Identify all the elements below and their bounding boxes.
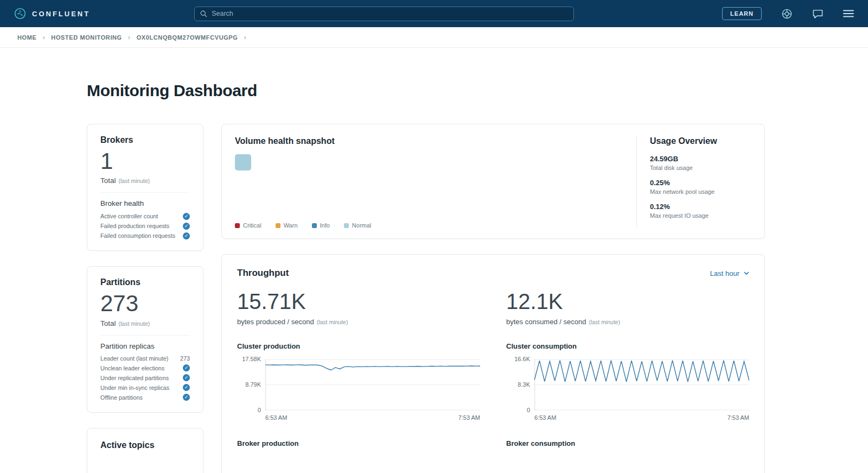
health-check-row: Offline partitions ✓ [100, 393, 190, 402]
warn-swatch-icon [276, 223, 280, 228]
produced-column: 15.71K bytes produced / second(last minu… [237, 289, 480, 456]
brokers-total-label: Total(last minute) [100, 176, 190, 185]
check-ok-icon: ✓ [183, 213, 190, 220]
search-icon [200, 10, 207, 17]
metric-note: (last minute) [317, 319, 348, 325]
y-tick: 0 [258, 407, 261, 413]
consumed-column: 12.1K bytes consumed / second(last minut… [506, 289, 749, 456]
legend-item-normal: Normal [344, 222, 371, 229]
check-label: Offline partitions [100, 394, 143, 401]
legend-item-warn: Warn [276, 222, 298, 229]
cluster-consumption-title: Cluster consumption [506, 342, 749, 350]
brand-name: CONFLUENT [32, 10, 90, 18]
metric-label: bytes consumed / second [506, 318, 586, 326]
total-note: (last minute) [119, 320, 150, 327]
plot-area [534, 359, 749, 411]
throughput-card: Throughput Last hour 15.71K bytes produc… [221, 254, 765, 473]
health-check-row: Failed production requests ✓ [100, 221, 190, 231]
help-icon[interactable] [781, 8, 793, 20]
x-tick-start: 6:53 AM [265, 414, 287, 421]
y-tick: 16.6K [514, 356, 530, 362]
search-input[interactable] [212, 10, 568, 17]
time-range-label: Last hour [710, 269, 739, 278]
check-ok-icon: ✓ [183, 384, 190, 391]
top-navbar: CONFLUENT LEARN [0, 0, 868, 27]
check-label: Under min in-sync replicas [100, 384, 169, 391]
partitions-card-title: Partitions [100, 278, 190, 287]
brokers-card-title: Brokers [100, 135, 190, 145]
plot-area [265, 359, 480, 411]
volume-heatmap-cell[interactable] [235, 154, 251, 171]
check-label: Failed production requests [100, 223, 169, 229]
x-tick-end: 7:53 AM [727, 414, 749, 421]
check-label: Active controller count [100, 213, 158, 219]
partition-replicas-title: Partition replicas [100, 342, 190, 350]
heatmap-legend: Critical Warn Info Normal [235, 222, 623, 229]
check-ok-icon: ✓ [183, 223, 190, 230]
check-ok-icon: ✓ [183, 364, 190, 371]
menu-icon[interactable] [843, 10, 854, 17]
leader-count-value: 273 [180, 355, 190, 362]
broker-consumption-title: Broker consumption [506, 439, 749, 447]
confluent-brand[interactable]: CONFLUENT [14, 8, 90, 20]
brokers-total-value: 1 [100, 148, 190, 174]
legend-item-critical: Critical [235, 222, 261, 229]
detail-column: Volume health snapshot Critical Warn [221, 124, 765, 473]
check-ok-icon: ✓ [183, 374, 190, 381]
bytes-produced-value: 15.71K [237, 289, 480, 313]
usage-overview-panel: Usage Overview 24.59GB Total disk usage … [637, 124, 764, 238]
cluster-production-title: Cluster production [237, 342, 480, 350]
y-tick: 17.58K [242, 356, 261, 362]
health-check-row: Failed consumption requests ✓ [100, 231, 190, 241]
partitions-total-label: Total(last minute) [100, 319, 190, 327]
summary-column: Brokers 1 Total(last minute) Broker heal… [87, 124, 203, 473]
y-tick: 0 [527, 407, 530, 413]
page-title: Monitoring Dashboard [87, 81, 765, 100]
breadcrumb-home[interactable]: HOME [17, 34, 36, 41]
info-swatch-icon [312, 223, 317, 228]
legend-label: Critical [243, 222, 261, 229]
global-search[interactable] [194, 7, 574, 21]
network-pool-label: Max network pool usage [650, 188, 751, 195]
legend-label: Info [320, 222, 330, 229]
breadcrumb-cluster-id[interactable]: OX0LCNQBQM27OWMFCVUGPG [137, 34, 238, 41]
dashboard-grid: Brokers 1 Total(last minute) Broker heal… [87, 124, 765, 473]
cluster-production-chart: 17.58K 8.79K 0 [237, 359, 480, 421]
volume-health-title: Volume health snapshot [235, 136, 623, 146]
metric-note: (last minute) [589, 319, 620, 325]
card-divider [100, 335, 190, 336]
legend-item-info: Info [312, 222, 330, 229]
x-axis: 6:53 AM 7:53 AM [237, 414, 480, 421]
breadcrumb-separator-icon: › [244, 33, 246, 41]
bytes-consumed-value: 12.1K [506, 289, 749, 313]
normal-swatch-icon [344, 223, 349, 228]
feedback-chat-icon[interactable] [812, 9, 824, 19]
breadcrumb-hosted-monitoring[interactable]: HOSTED MONITORING [51, 34, 122, 41]
throughput-title: Throughput [237, 268, 289, 279]
check-label: Unclean leader elections [100, 365, 164, 371]
confluent-logo-icon [14, 8, 26, 20]
card-divider [100, 192, 190, 193]
learn-button[interactable]: LEARN [722, 7, 762, 20]
broker-health-title: Broker health [100, 199, 190, 207]
x-axis: 6:53 AM 7:53 AM [506, 414, 749, 421]
broker-production-title: Broker production [237, 439, 480, 447]
main-content: Monitoring Dashboard Brokers 1 Total(las… [87, 81, 765, 473]
check-label: Failed consumption requests [100, 232, 175, 239]
partitions-total-value: 273 [100, 291, 190, 317]
breadcrumb-separator-icon: › [42, 33, 45, 41]
chevron-down-icon [744, 272, 749, 275]
volume-health-left: Volume health snapshot Critical Warn [222, 124, 636, 238]
check-ok-icon: ✓ [183, 232, 190, 239]
throughput-grid: 15.71K bytes produced / second(last minu… [237, 289, 749, 456]
time-range-dropdown[interactable]: Last hour [710, 269, 749, 278]
bytes-consumed-label: bytes consumed / second(last minute) [506, 318, 749, 326]
disk-usage-value: 24.59GB [650, 155, 751, 163]
breadcrumb-separator-icon: › [128, 33, 131, 41]
request-io-label: Max request IO usage [650, 212, 751, 219]
leader-count-label: Leader count (last minute) [100, 355, 168, 362]
brokers-card: Brokers 1 Total(last minute) Broker heal… [87, 124, 203, 251]
chart-area: 16.6K 8.3K 0 [506, 359, 749, 411]
active-topics-title: Active topics [100, 440, 190, 450]
active-topics-card: Active topics [87, 428, 203, 473]
